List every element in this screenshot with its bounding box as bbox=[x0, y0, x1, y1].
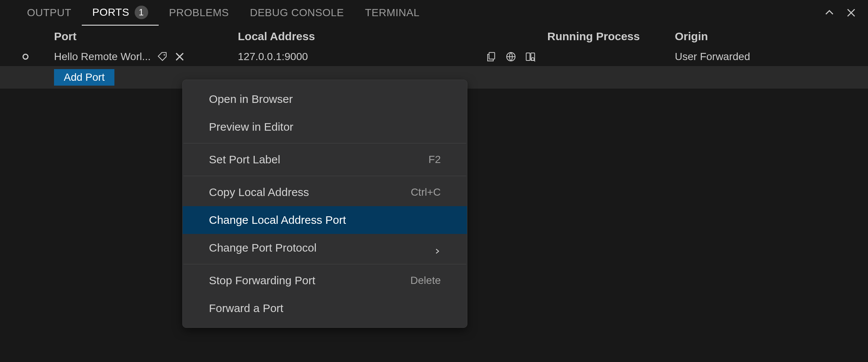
ctx-forward-a-port[interactable]: Forward a Port bbox=[183, 294, 467, 322]
tab-terminal[interactable]: TERMINAL bbox=[354, 0, 430, 26]
ctx-shortcut: Ctrl+C bbox=[411, 186, 441, 198]
ctx-label: Copy Local Address bbox=[209, 186, 309, 199]
ctx-label: Change Local Address Port bbox=[209, 214, 346, 226]
address-text: 127.0.0.1:9000 bbox=[238, 51, 486, 63]
header-origin: Origin bbox=[675, 30, 868, 43]
chevron-right-icon bbox=[434, 244, 441, 251]
port-cell: Hello Remote Worl... bbox=[54, 51, 238, 63]
ctx-label: Stop Forwarding Port bbox=[209, 274, 315, 287]
header-port: Port bbox=[54, 30, 238, 43]
svg-rect-1 bbox=[489, 53, 495, 59]
header-local-address: Local Address bbox=[238, 30, 547, 43]
ctx-change-local-address-port[interactable]: Change Local Address Port bbox=[183, 206, 467, 234]
ports-count-badge: 1 bbox=[135, 6, 148, 19]
circle-icon bbox=[23, 54, 29, 60]
chevron-up-icon[interactable] bbox=[824, 7, 835, 18]
ctx-preview-in-editor[interactable]: Preview in Editor bbox=[183, 113, 467, 141]
add-port-button[interactable]: Add Port bbox=[54, 69, 114, 86]
copy-icon[interactable] bbox=[486, 51, 497, 62]
header-running-process: Running Process bbox=[547, 30, 675, 43]
origin-cell: User Forwarded bbox=[675, 51, 868, 63]
ports-panel: Port Local Address Running Process Origi… bbox=[0, 26, 868, 89]
preview-icon[interactable] bbox=[525, 51, 536, 62]
close-icon[interactable] bbox=[174, 51, 185, 62]
svg-point-5 bbox=[532, 58, 535, 61]
ctx-label: Set Port Label bbox=[209, 153, 280, 166]
ctx-label: Preview in Editor bbox=[209, 121, 293, 133]
ports-table-header: Port Local Address Running Process Origi… bbox=[0, 26, 868, 47]
svg-point-0 bbox=[164, 54, 165, 56]
tab-ports-label: PORTS bbox=[92, 6, 129, 18]
context-menu: Open in Browser Preview in Editor Set Po… bbox=[182, 80, 467, 328]
ctx-label: Forward a Port bbox=[209, 302, 283, 315]
ctx-open-in-browser[interactable]: Open in Browser bbox=[183, 85, 467, 113]
close-icon[interactable] bbox=[845, 7, 857, 18]
ctx-label: Change Port Protocol bbox=[209, 241, 317, 254]
address-actions bbox=[486, 51, 547, 62]
tab-debug-console[interactable]: DEBUG CONSOLE bbox=[239, 0, 354, 26]
panel-actions bbox=[824, 0, 857, 26]
ctx-shortcut: F2 bbox=[428, 154, 441, 166]
panel-tabbar: OUTPUT PORTS 1 PROBLEMS DEBUG CONSOLE TE… bbox=[0, 0, 868, 26]
svg-rect-3 bbox=[526, 53, 530, 60]
ctx-set-port-label[interactable]: Set Port Label F2 bbox=[183, 146, 467, 173]
ctx-separator bbox=[183, 176, 466, 176]
ctx-separator bbox=[183, 264, 466, 264]
ctx-change-port-protocol[interactable]: Change Port Protocol bbox=[183, 234, 467, 262]
ctx-stop-forwarding-port[interactable]: Stop Forwarding Port Delete bbox=[183, 267, 467, 294]
globe-icon[interactable] bbox=[505, 51, 517, 62]
port-row[interactable]: Hello Remote Worl... 127.0.0.1:9000 bbox=[0, 47, 868, 66]
ctx-label: Open in Browser bbox=[209, 93, 293, 106]
ctx-copy-local-address[interactable]: Copy Local Address Ctrl+C bbox=[183, 178, 467, 206]
label-icon[interactable] bbox=[157, 51, 168, 62]
tab-ports[interactable]: PORTS 1 bbox=[82, 0, 158, 26]
port-status-indicator bbox=[23, 54, 54, 60]
ctx-shortcut: Delete bbox=[410, 275, 441, 287]
ctx-separator bbox=[183, 143, 466, 143]
tab-problems[interactable]: PROBLEMS bbox=[159, 0, 240, 26]
tab-output[interactable]: OUTPUT bbox=[17, 0, 82, 26]
address-cell: 127.0.0.1:9000 bbox=[238, 51, 547, 63]
port-label: Hello Remote Worl... bbox=[54, 51, 151, 63]
